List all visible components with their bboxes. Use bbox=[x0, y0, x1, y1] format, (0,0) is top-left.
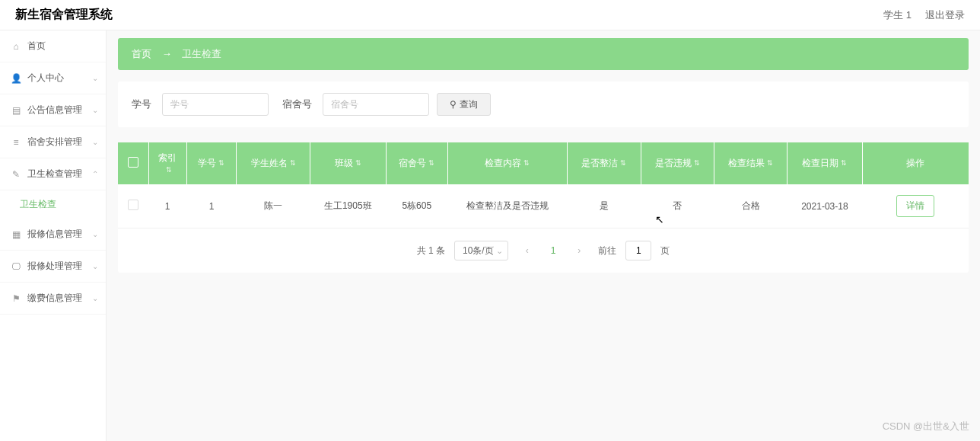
search-icon: ⚲ bbox=[450, 99, 457, 110]
checkbox-all[interactable] bbox=[128, 157, 138, 168]
cell-violation: 否 bbox=[641, 184, 714, 228]
chevron-down-icon: ⌄ bbox=[92, 294, 98, 302]
th-violation[interactable]: 是否违规⇅ bbox=[641, 142, 714, 184]
th-date[interactable]: 检查日期⇅ bbox=[788, 142, 862, 184]
page-current[interactable]: 1 bbox=[546, 245, 561, 256]
chevron-down-icon: ⌄ bbox=[92, 138, 98, 146]
search-button[interactable]: ⚲ 查询 bbox=[437, 93, 491, 116]
header: 新生宿舍管理系统 学生 1 退出登录 bbox=[0, 0, 980, 30]
th-studentid[interactable]: 学号⇅ bbox=[186, 142, 237, 184]
sidebar-item-label: 个人中心 bbox=[27, 72, 64, 85]
sidebar-item-dorm-arrange[interactable]: ≡ 宿舍安排管理 ⌄ bbox=[0, 126, 106, 158]
search-input-dorm[interactable] bbox=[323, 93, 429, 116]
sidebar-item-label: 报修信息管理 bbox=[27, 228, 82, 241]
flag-icon: ⚑ bbox=[11, 293, 21, 304]
sidebar-item-repair-info[interactable]: ▦ 报修信息管理 ⌄ bbox=[0, 219, 106, 251]
th-index[interactable]: 索引⇅ bbox=[148, 142, 186, 184]
list-icon: ≡ bbox=[11, 137, 21, 148]
th-content[interactable]: 检查内容⇅ bbox=[447, 142, 567, 184]
page-jump-input[interactable] bbox=[625, 241, 651, 260]
row-checkbox[interactable] bbox=[128, 200, 138, 210]
cell-tidy: 是 bbox=[568, 184, 641, 228]
cell-index: 1 bbox=[148, 184, 186, 228]
th-studentname[interactable]: 学生姓名⇅ bbox=[237, 142, 310, 184]
sort-icon: ⇅ bbox=[523, 160, 530, 167]
cell-studentid: 1 bbox=[186, 184, 237, 228]
sidebar-item-repair-handle[interactable]: 🖵 报修处理管理 ⌄ bbox=[0, 251, 106, 283]
search-button-label: 查询 bbox=[460, 98, 478, 111]
sidebar-item-notice[interactable]: ▤ 公告信息管理 ⌄ bbox=[0, 94, 106, 126]
breadcrumb-arrow: → bbox=[162, 48, 172, 59]
detail-button[interactable]: 详情 bbox=[896, 195, 934, 217]
sidebar-item-label: 报修处理管理 bbox=[27, 260, 82, 273]
th-checkbox bbox=[118, 142, 148, 184]
th-tidy[interactable]: 是否整洁⇅ bbox=[568, 142, 641, 184]
doc-icon: ▤ bbox=[11, 105, 21, 116]
header-right: 学生 1 退出登录 bbox=[883, 8, 965, 22]
sidebar-item-profile[interactable]: 👤 个人中心 ⌄ bbox=[0, 62, 106, 94]
sidebar-item-label: 首页 bbox=[27, 40, 46, 53]
sort-icon: ⇅ bbox=[841, 160, 847, 167]
chevron-down-icon: ⌄ bbox=[92, 230, 98, 238]
cell-date: 2021-03-18 bbox=[788, 184, 862, 228]
table-header-row: 索引⇅ 学号⇅ 学生姓名⇅ 班级⇅ 宿舍号⇅ 检查内容⇅ 是否整洁⇅ 是否违规⇅… bbox=[118, 142, 969, 184]
repair-icon: ▦ bbox=[11, 229, 21, 240]
submenu-hygiene-check[interactable]: 卫生检查 bbox=[0, 190, 106, 219]
logout-link[interactable]: 退出登录 bbox=[925, 8, 965, 22]
sidebar: ⌂ 首页 👤 个人中心 ⌄ ▤ 公告信息管理 ⌄ ≡ 宿舍安排管理 ⌄ ✎ 卫生… bbox=[0, 30, 107, 441]
th-dorm[interactable]: 宿舍号⇅ bbox=[386, 142, 447, 184]
sort-icon: ⇅ bbox=[218, 160, 224, 167]
sidebar-item-label: 缴费信息管理 bbox=[27, 292, 82, 305]
sort-icon: ⇅ bbox=[428, 160, 434, 167]
sidebar-item-label: 宿舍安排管理 bbox=[27, 136, 82, 149]
monitor-icon: 🖵 bbox=[11, 261, 21, 272]
main-content: 首页 → 卫生检查 学号 宿舍号 ⚲ 查询 索引⇅ 学号⇅ 学生姓名 bbox=[107, 30, 980, 441]
app-title: 新生宿舍管理系统 bbox=[15, 7, 113, 23]
cell-class: 生工1905班 bbox=[310, 184, 386, 228]
sort-icon: ⇅ bbox=[355, 160, 361, 167]
data-table: 索引⇅ 学号⇅ 学生姓名⇅ 班级⇅ 宿舍号⇅ 检查内容⇅ 是否整洁⇅ 是否违规⇅… bbox=[118, 142, 969, 273]
page-prev[interactable]: ‹ bbox=[517, 241, 537, 260]
page-jump-label: 前往 bbox=[598, 244, 616, 257]
search-label-dorm: 宿舍号 bbox=[282, 97, 312, 111]
search-bar: 学号 宿舍号 ⚲ 查询 bbox=[118, 81, 969, 127]
table-row: 1 1 陈一 生工1905班 5栋605 检查整洁及是否违规 是 否 合格 20… bbox=[118, 184, 969, 228]
home-icon: ⌂ bbox=[11, 41, 21, 52]
sidebar-item-hygiene[interactable]: ✎ 卫生检查管理 ⌃ bbox=[0, 158, 106, 190]
breadcrumb-current: 卫生检查 bbox=[182, 48, 221, 59]
watermark: CSDN @出世&入世 bbox=[883, 420, 969, 433]
sort-icon: ⇅ bbox=[767, 160, 773, 167]
chevron-down-icon: ⌄ bbox=[92, 262, 98, 270]
pagination: 共 1 条 10条/页 ‹ 1 › 前往 页 bbox=[118, 228, 969, 273]
sort-icon: ⇅ bbox=[290, 160, 296, 167]
check-icon: ✎ bbox=[11, 169, 21, 180]
sidebar-item-home[interactable]: ⌂ 首页 bbox=[0, 30, 106, 62]
th-action: 操作 bbox=[862, 142, 969, 184]
th-result[interactable]: 检查结果⇅ bbox=[714, 142, 787, 184]
sidebar-item-label: 卫生检查管理 bbox=[27, 168, 82, 181]
chevron-down-icon: ⌄ bbox=[92, 106, 98, 114]
chevron-up-icon: ⌃ bbox=[92, 170, 98, 178]
chevron-down-icon: ⌄ bbox=[92, 74, 98, 82]
breadcrumb-home[interactable]: 首页 bbox=[132, 48, 151, 59]
cell-content: 检查整洁及是否违规 bbox=[447, 184, 567, 228]
search-label-studentid: 学号 bbox=[132, 97, 151, 111]
page-size-select[interactable]: 10条/页 bbox=[454, 241, 508, 260]
th-class[interactable]: 班级⇅ bbox=[310, 142, 386, 184]
page-next[interactable]: › bbox=[569, 241, 589, 260]
user-icon: 👤 bbox=[11, 73, 21, 84]
cell-dorm: 5栋605 bbox=[386, 184, 447, 228]
sort-icon: ⇅ bbox=[166, 167, 172, 174]
page-jump-suffix: 页 bbox=[660, 244, 670, 257]
sort-icon: ⇅ bbox=[620, 160, 626, 167]
breadcrumb: 首页 → 卫生检查 bbox=[118, 38, 969, 70]
sidebar-item-payment[interactable]: ⚑ 缴费信息管理 ⌄ bbox=[0, 283, 106, 315]
cell-result: 合格 bbox=[714, 184, 787, 228]
user-name[interactable]: 学生 1 bbox=[883, 8, 912, 22]
sort-icon: ⇅ bbox=[694, 160, 700, 167]
cell-studentname: 陈一 bbox=[237, 184, 310, 228]
sidebar-item-label: 公告信息管理 bbox=[27, 104, 82, 117]
page-total: 共 1 条 bbox=[417, 244, 445, 257]
search-input-studentid[interactable] bbox=[162, 93, 269, 116]
